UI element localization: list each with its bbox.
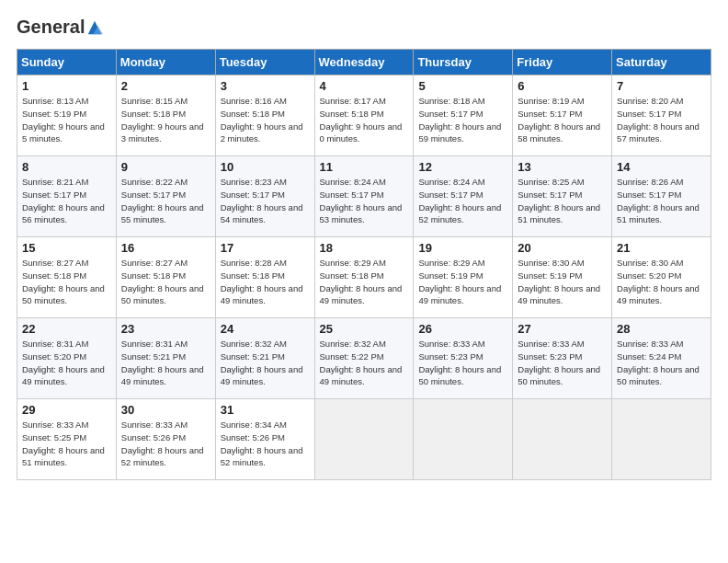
day-info: Sunrise: 8:16 AMSunset: 5:18 PMDaylight:…	[221, 95, 310, 145]
calendar-cell: 28Sunrise: 8:33 AMSunset: 5:24 PMDayligh…	[612, 318, 711, 399]
calendar-cell: 9Sunrise: 8:22 AMSunset: 5:17 PMDaylight…	[116, 156, 215, 237]
day-number: 3	[221, 79, 310, 93]
calendar-cell: 17Sunrise: 8:28 AMSunset: 5:18 PMDayligh…	[215, 237, 314, 318]
day-number: 18	[320, 241, 409, 255]
calendar: SundayMondayTuesdayWednesdayThursdayFrid…	[17, 49, 711, 480]
calendar-cell	[612, 399, 711, 480]
calendar-cell: 19Sunrise: 8:29 AMSunset: 5:19 PMDayligh…	[414, 237, 513, 318]
week-row-5: 29Sunrise: 8:33 AMSunset: 5:25 PMDayligh…	[17, 399, 711, 480]
calendar-cell: 29Sunrise: 8:33 AMSunset: 5:25 PMDayligh…	[17, 399, 117, 480]
day-info: Sunrise: 8:30 AMSunset: 5:20 PMDaylight:…	[617, 257, 706, 307]
day-info: Sunrise: 8:34 AMSunset: 5:26 PMDaylight:…	[221, 419, 310, 469]
day-info: Sunrise: 8:27 AMSunset: 5:18 PMDaylight:…	[22, 257, 111, 307]
day-info: Sunrise: 8:23 AMSunset: 5:17 PMDaylight:…	[221, 176, 310, 226]
calendar-cell: 27Sunrise: 8:33 AMSunset: 5:23 PMDayligh…	[513, 318, 612, 399]
day-number: 5	[418, 79, 507, 93]
calendar-cell: 11Sunrise: 8:24 AMSunset: 5:17 PMDayligh…	[314, 156, 414, 237]
day-info: Sunrise: 8:20 AMSunset: 5:17 PMDaylight:…	[617, 95, 706, 145]
calendar-body: 1Sunrise: 8:13 AMSunset: 5:19 PMDaylight…	[17, 75, 711, 480]
header-row: SundayMondayTuesdayWednesdayThursdayFrid…	[17, 50, 711, 75]
day-number: 8	[22, 160, 111, 174]
header-day-monday: Monday	[116, 50, 215, 75]
day-number: 21	[617, 241, 706, 255]
day-info: Sunrise: 8:17 AMSunset: 5:18 PMDaylight:…	[320, 95, 409, 145]
day-number: 27	[518, 322, 607, 336]
calendar-cell: 10Sunrise: 8:23 AMSunset: 5:17 PMDayligh…	[215, 156, 314, 237]
header-day-wednesday: Wednesday	[314, 50, 414, 75]
day-info: Sunrise: 8:30 AMSunset: 5:19 PMDaylight:…	[518, 257, 607, 307]
logo-general: General	[17, 17, 85, 38]
day-number: 26	[418, 322, 507, 336]
calendar-cell: 15Sunrise: 8:27 AMSunset: 5:18 PMDayligh…	[17, 237, 117, 318]
calendar-cell: 2Sunrise: 8:15 AMSunset: 5:18 PMDaylight…	[116, 75, 215, 156]
calendar-cell: 5Sunrise: 8:18 AMSunset: 5:17 PMDaylight…	[414, 75, 513, 156]
week-row-1: 1Sunrise: 8:13 AMSunset: 5:19 PMDaylight…	[17, 75, 711, 156]
day-number: 22	[22, 322, 111, 336]
day-info: Sunrise: 8:33 AMSunset: 5:23 PMDaylight:…	[418, 338, 507, 388]
day-number: 11	[320, 160, 409, 174]
day-number: 10	[221, 160, 310, 174]
day-info: Sunrise: 8:33 AMSunset: 5:26 PMDaylight:…	[121, 419, 210, 469]
page-container: General SundayMondayTuesdayWednesdayThur…	[0, 0, 728, 489]
day-info: Sunrise: 8:24 AMSunset: 5:17 PMDaylight:…	[320, 176, 409, 226]
day-number: 17	[221, 241, 310, 255]
calendar-cell: 22Sunrise: 8:31 AMSunset: 5:20 PMDayligh…	[17, 318, 117, 399]
day-info: Sunrise: 8:27 AMSunset: 5:18 PMDaylight:…	[121, 257, 210, 307]
calendar-header: SundayMondayTuesdayWednesdayThursdayFrid…	[17, 50, 711, 75]
calendar-cell: 31Sunrise: 8:34 AMSunset: 5:26 PMDayligh…	[215, 399, 314, 480]
day-number: 30	[121, 403, 210, 417]
logo: General	[17, 17, 103, 38]
day-number: 4	[320, 79, 409, 93]
calendar-cell: 4Sunrise: 8:17 AMSunset: 5:18 PMDaylight…	[314, 75, 414, 156]
day-info: Sunrise: 8:15 AMSunset: 5:18 PMDaylight:…	[121, 95, 210, 145]
header-day-sunday: Sunday	[17, 50, 117, 75]
day-number: 24	[221, 322, 310, 336]
calendar-cell: 25Sunrise: 8:32 AMSunset: 5:22 PMDayligh…	[314, 318, 414, 399]
calendar-cell: 30Sunrise: 8:33 AMSunset: 5:26 PMDayligh…	[116, 399, 215, 480]
header-day-saturday: Saturday	[612, 50, 711, 75]
day-info: Sunrise: 8:33 AMSunset: 5:23 PMDaylight:…	[518, 338, 607, 388]
day-number: 19	[418, 241, 507, 255]
calendar-cell: 13Sunrise: 8:25 AMSunset: 5:17 PMDayligh…	[513, 156, 612, 237]
day-info: Sunrise: 8:29 AMSunset: 5:19 PMDaylight:…	[418, 257, 507, 307]
day-info: Sunrise: 8:29 AMSunset: 5:18 PMDaylight:…	[320, 257, 409, 307]
day-info: Sunrise: 8:32 AMSunset: 5:22 PMDaylight:…	[320, 338, 409, 388]
day-info: Sunrise: 8:25 AMSunset: 5:17 PMDaylight:…	[518, 176, 607, 226]
calendar-cell: 8Sunrise: 8:21 AMSunset: 5:17 PMDaylight…	[17, 156, 117, 237]
day-number: 23	[121, 322, 210, 336]
calendar-cell: 16Sunrise: 8:27 AMSunset: 5:18 PMDayligh…	[116, 237, 215, 318]
calendar-cell: 26Sunrise: 8:33 AMSunset: 5:23 PMDayligh…	[414, 318, 513, 399]
day-info: Sunrise: 8:31 AMSunset: 5:20 PMDaylight:…	[22, 338, 111, 388]
week-row-4: 22Sunrise: 8:31 AMSunset: 5:20 PMDayligh…	[17, 318, 711, 399]
calendar-cell: 1Sunrise: 8:13 AMSunset: 5:19 PMDaylight…	[17, 75, 117, 156]
calendar-cell: 18Sunrise: 8:29 AMSunset: 5:18 PMDayligh…	[314, 237, 414, 318]
header: General	[17, 17, 711, 38]
day-number: 13	[518, 160, 607, 174]
day-number: 9	[121, 160, 210, 174]
calendar-cell: 20Sunrise: 8:30 AMSunset: 5:19 PMDayligh…	[513, 237, 612, 318]
calendar-cell: 7Sunrise: 8:20 AMSunset: 5:17 PMDaylight…	[612, 75, 711, 156]
day-number: 6	[518, 79, 607, 93]
calendar-cell: 23Sunrise: 8:31 AMSunset: 5:21 PMDayligh…	[116, 318, 215, 399]
calendar-cell: 21Sunrise: 8:30 AMSunset: 5:20 PMDayligh…	[612, 237, 711, 318]
calendar-cell: 24Sunrise: 8:32 AMSunset: 5:21 PMDayligh…	[215, 318, 314, 399]
logo-icon	[86, 19, 103, 36]
day-info: Sunrise: 8:22 AMSunset: 5:17 PMDaylight:…	[121, 176, 210, 226]
week-row-3: 15Sunrise: 8:27 AMSunset: 5:18 PMDayligh…	[17, 237, 711, 318]
day-number: 15	[22, 241, 111, 255]
day-info: Sunrise: 8:13 AMSunset: 5:19 PMDaylight:…	[22, 95, 111, 145]
day-number: 14	[617, 160, 706, 174]
day-info: Sunrise: 8:26 AMSunset: 5:17 PMDaylight:…	[617, 176, 706, 226]
calendar-cell: 12Sunrise: 8:24 AMSunset: 5:17 PMDayligh…	[414, 156, 513, 237]
day-number: 25	[320, 322, 409, 336]
day-number: 1	[22, 79, 111, 93]
calendar-cell: 6Sunrise: 8:19 AMSunset: 5:17 PMDaylight…	[513, 75, 612, 156]
day-number: 28	[617, 322, 706, 336]
day-info: Sunrise: 8:18 AMSunset: 5:17 PMDaylight:…	[418, 95, 507, 145]
calendar-cell: 3Sunrise: 8:16 AMSunset: 5:18 PMDaylight…	[215, 75, 314, 156]
day-info: Sunrise: 8:31 AMSunset: 5:21 PMDaylight:…	[121, 338, 210, 388]
calendar-cell: 14Sunrise: 8:26 AMSunset: 5:17 PMDayligh…	[612, 156, 711, 237]
calendar-cell	[513, 399, 612, 480]
day-info: Sunrise: 8:33 AMSunset: 5:25 PMDaylight:…	[22, 419, 111, 469]
day-number: 16	[121, 241, 210, 255]
